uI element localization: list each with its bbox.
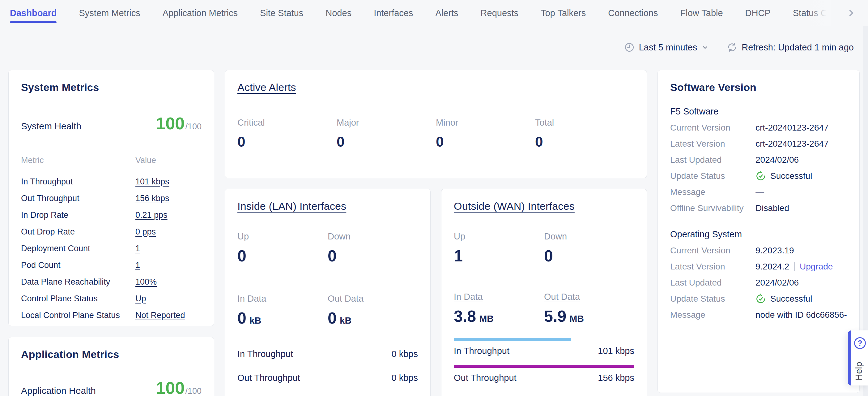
sv-row-update-status: Update Status Successful	[670, 168, 847, 184]
sv-row-latest-version: Latest Version 9.2024.2 Upgrade	[670, 259, 847, 275]
upgrade-link[interactable]: Upgrade	[800, 262, 833, 272]
refresh-control[interactable]: Refresh: Updated 1 min ago	[727, 42, 854, 53]
success-icon	[755, 171, 766, 181]
divider	[794, 262, 795, 271]
table-row: Pod Count1	[21, 257, 202, 274]
system-metrics-table: Metric Value In Throughput101 kbps Out T…	[21, 155, 202, 323]
col-metric: Metric	[21, 155, 135, 165]
sv-row-message: Messagenode with ID 6dc66856-1...	[670, 307, 847, 323]
sv-row: Latest Versioncrt-20240123-2647	[670, 136, 847, 152]
table-row: Out Drop Rate0 pps	[21, 223, 202, 240]
alert-stat-minor: Minor 0	[436, 118, 535, 150]
sv-row: Message—	[670, 184, 847, 200]
time-range-label: Last 5 minutes	[639, 43, 698, 53]
table-row: Deployment Count1	[21, 240, 202, 257]
tab-site-status[interactable]: Site Status	[260, 0, 303, 26]
tab-status-objects[interactable]: Status Ob	[793, 0, 831, 26]
f5-software-heading: F5 Software	[670, 107, 847, 117]
system-health-label: System Health	[21, 121, 81, 133]
wan-in-data: In Data 3.8MB	[454, 292, 544, 326]
metric-value-link[interactable]: 101 kbps	[135, 177, 202, 187]
success-icon	[755, 293, 766, 304]
system-health-value: 100/100	[156, 113, 202, 133]
table-row: In Drop Rate0.21 pps	[21, 207, 202, 223]
wan-interfaces-title-link[interactable]: Outside (WAN) Interfaces	[454, 200, 634, 212]
lan-up: Up 0	[238, 231, 328, 265]
application-metrics-card: Application Metrics Application Health 1…	[8, 337, 214, 396]
tab-system-metrics[interactable]: System Metrics	[79, 0, 140, 26]
wan-in-throughput-row: In Throughput101 kbps	[454, 346, 634, 356]
alert-stat-critical: Critical 0	[238, 118, 337, 150]
clock-icon	[624, 42, 634, 53]
tab-dashboard[interactable]: Dashboard	[10, 0, 57, 26]
alert-stats: Critical 0 Major 0 Minor 0 Total 0	[238, 118, 634, 150]
wan-down: Down 0	[544, 231, 634, 265]
wan-in-data-link[interactable]: In Data	[454, 292, 544, 302]
lan-interfaces-title-link[interactable]: Inside (LAN) Interfaces	[238, 200, 418, 212]
metric-value-link[interactable]: 1	[135, 260, 202, 270]
metric-value-link[interactable]: 0.21 pps	[135, 210, 202, 220]
question-mark-icon: ?	[854, 337, 866, 349]
wan-interfaces-card: Outside (WAN) Interfaces Up 1 Down 0 In …	[441, 189, 647, 396]
tab-flow-table[interactable]: Flow Table	[680, 0, 723, 26]
wan-throughput: In Throughput101 kbps Out Throughput156 …	[454, 338, 634, 383]
wan-in-throughput-bar	[454, 338, 634, 341]
wan-out-data-link[interactable]: Out Data	[544, 292, 634, 302]
page-toolbar: Last 5 minutes Refresh: Updated 1 min ag…	[624, 38, 854, 56]
sv-row: Last Updated2024/02/06	[670, 275, 847, 291]
wan-out-throughput-bar	[454, 365, 634, 368]
lan-data: In Data 0kB Out Data 0kB	[238, 293, 418, 327]
lan-in-throughput-row: In Throughput0 kbps	[238, 349, 418, 359]
active-alerts-card: Active Alerts Critical 0 Major 0 Minor 0…	[225, 70, 647, 178]
active-alerts-title-link[interactable]: Active Alerts	[238, 81, 634, 93]
lan-down: Down 0	[328, 231, 418, 265]
tab-requests[interactable]: Requests	[481, 0, 519, 26]
operating-system-rows: Current Version9.2023.19 Latest Version …	[670, 243, 847, 323]
col-value: Value	[135, 155, 202, 165]
help-label: Help	[854, 364, 864, 380]
nav-overflow-button[interactable]	[844, 6, 858, 20]
software-version-title: Software Version	[670, 81, 847, 93]
system-health-row: System Health 100/100	[21, 113, 202, 133]
sv-row: Current Versioncrt-20240123-2647	[670, 120, 847, 136]
tab-alerts[interactable]: Alerts	[435, 0, 458, 26]
wan-data: In Data 3.8MB Out Data 5.9MB	[454, 292, 634, 326]
table-row: Control Plane StatusUp	[21, 290, 202, 307]
table-header: Metric Value	[21, 155, 202, 165]
help-tab-accent	[848, 331, 851, 386]
metric-value-link[interactable]: Up	[135, 294, 202, 304]
alert-stat-total: Total 0	[535, 118, 634, 150]
table-row: In Throughput101 kbps	[21, 173, 202, 190]
lan-interfaces-card: Inside (LAN) Interfaces Up 0 Down 0 In D…	[225, 189, 431, 396]
tab-connections[interactable]: Connections	[608, 0, 658, 26]
application-metrics-title: Application Metrics	[21, 348, 202, 361]
tab-interfaces[interactable]: Interfaces	[374, 0, 413, 26]
refresh-label: Refresh: Updated 1 min ago	[742, 43, 854, 53]
sv-row: Last Updated2024/02/06	[670, 152, 847, 168]
tab-application-metrics[interactable]: Application Metrics	[163, 0, 238, 26]
metric-value-link[interactable]: 156 kbps	[135, 194, 202, 203]
metric-value-link[interactable]: 0 pps	[135, 227, 202, 237]
table-row: Local Control Plane StatusNot Reported	[21, 307, 202, 323]
help-tab[interactable]: ? Help	[848, 331, 868, 386]
tab-top-talkers[interactable]: Top Talkers	[540, 0, 586, 26]
lan-updown: Up 0 Down 0	[238, 231, 418, 265]
system-metrics-title: System Metrics	[21, 81, 202, 93]
time-range-selector[interactable]: Last 5 minutes	[624, 42, 709, 53]
metric-value-link[interactable]: Not Reported	[135, 311, 202, 320]
metric-value-link[interactable]: 1	[135, 244, 202, 253]
table-row: Data Plane Reachability100%	[21, 274, 202, 290]
application-health-row: Application Health 100/100	[21, 378, 202, 396]
tab-nodes[interactable]: Nodes	[326, 0, 351, 26]
sv-row: Current Version9.2023.19	[670, 243, 847, 259]
wan-out-throughput-row: Out Throughput156 kbps	[454, 373, 634, 383]
top-nav: Dashboard System Metrics Application Met…	[10, 0, 858, 26]
metric-value-link[interactable]: 100%	[135, 277, 202, 287]
lan-throughput: In Throughput0 kbps Out Throughput0 kbps	[238, 349, 418, 383]
tab-dhcp[interactable]: DHCP	[745, 0, 771, 26]
sv-row-update-status: Update Status Successful	[670, 291, 847, 307]
lan-in-data: In Data 0kB	[238, 293, 328, 327]
application-health-label: Application Health	[21, 386, 96, 396]
table-row: Out Throughput156 kbps	[21, 190, 202, 207]
system-metrics-card: System Metrics System Health 100/100 Met…	[8, 70, 214, 326]
